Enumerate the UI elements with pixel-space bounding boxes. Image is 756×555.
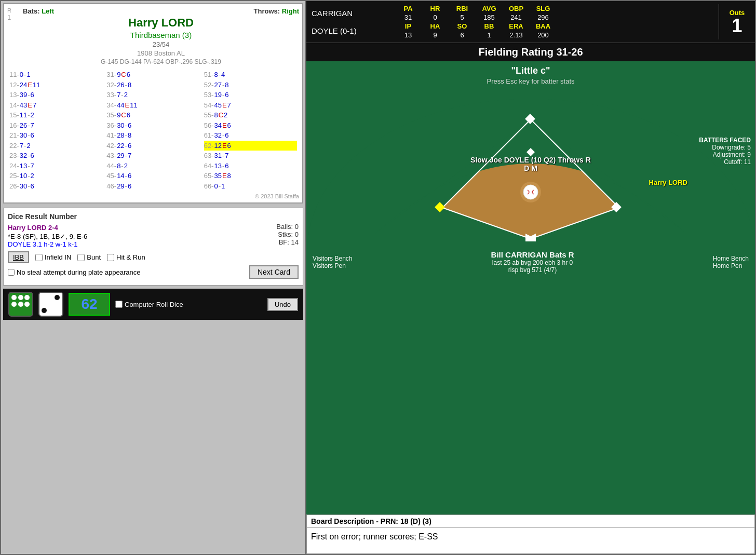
board-text: First on error; runner scores; E-SS xyxy=(306,528,755,554)
computer-roll-text: Computer Roll Dice xyxy=(125,301,183,308)
result-table: 11- 0 - 1 12- 24E11 13- 39 - 6 14- 43E7 … xyxy=(7,70,299,191)
score-stats: PA HR RBI AVG OBP SLG 31 0 5 185 241 296… xyxy=(395,4,719,39)
dot xyxy=(42,295,47,300)
dot xyxy=(48,308,53,313)
baa-val: 200 xyxy=(530,31,557,39)
dot xyxy=(55,308,60,313)
dot xyxy=(24,308,30,313)
ip-header: IP xyxy=(395,22,422,31)
dot xyxy=(11,308,17,313)
infield-in-text: Infield IN xyxy=(45,253,71,261)
rbi-val: 5 xyxy=(449,13,476,22)
pitcher-text2: D M xyxy=(470,164,591,172)
buttons-row: IBB Infield IN Bunt Hit & Run xyxy=(8,251,299,263)
player-name: Harry LORD xyxy=(23,16,299,30)
hit-run-label[interactable]: Hit & Run xyxy=(107,253,145,261)
so-val: 6 xyxy=(449,31,476,39)
result-col-2: 31- 9C6 32- 26 - 8 33- 7 - 2 34- 44E11 3… xyxy=(104,70,201,191)
harry-lord-label: Harry LORD xyxy=(649,179,687,186)
home-bench-pen: Home Bench Home Pen xyxy=(713,255,749,269)
scoreboard: CARRIGAN DOYLE (0-1) PA HR RBI AVG OBP S… xyxy=(306,1,755,43)
pa-header: PA xyxy=(395,4,422,13)
copyright: © 2023 Bill Staffa xyxy=(7,193,299,199)
infield-in-label[interactable]: Infield IN xyxy=(35,253,71,261)
bats-info: Bats: Left xyxy=(23,7,54,15)
ha-val: 9 xyxy=(422,31,449,39)
dice-bf: BF: 14 xyxy=(276,238,299,246)
player-team: 1908 Boston AL xyxy=(23,49,299,57)
right-panel: CARRIGAN DOYLE (0-1) PA HR RBI AVG OBP S… xyxy=(306,0,756,555)
bench-row: Visitors Bench Visitors Pen Bill CARRIGA… xyxy=(306,249,755,275)
computer-roll-checkbox[interactable] xyxy=(115,301,123,308)
dice-result: *E-8 (SF), 1B, 1B✓, 9, E-6 xyxy=(8,233,87,240)
dot xyxy=(11,302,17,307)
hit-run-checkbox[interactable] xyxy=(107,254,114,261)
dice-pitcher: DOYLE 3.1 h-2 w-1 k-1 xyxy=(8,240,87,248)
dot xyxy=(55,295,60,300)
batter-detail2: risp bvg 571 (4/7) xyxy=(491,266,574,274)
avg-val: 185 xyxy=(476,13,503,22)
batter-center-info: Bill CARRIGAN Bats R last 25 ab bvg 200 … xyxy=(491,250,574,274)
dice-number: 62 xyxy=(81,296,97,312)
slg-val: 296 xyxy=(530,13,557,22)
dice-balls: Balls: 0 xyxy=(276,223,299,231)
dice-right: Computer Roll Dice Undo xyxy=(115,298,298,311)
dot xyxy=(18,308,23,313)
field-title: "Little c" xyxy=(306,61,755,77)
die-green xyxy=(8,292,33,317)
dice-title: Dice Result Number xyxy=(8,212,299,221)
home-pen: Home Pen xyxy=(713,262,749,269)
era-header: ERA xyxy=(503,22,530,31)
hit-run-text: Hit & Run xyxy=(116,253,145,261)
no-steal-row: No steal attempt during plate appearance… xyxy=(8,265,299,279)
card-header: Bats: Left Throws: Right xyxy=(23,7,299,15)
hr-header: HR xyxy=(422,4,449,13)
dot xyxy=(48,295,53,300)
batter-detail: last 25 ab bvg 200 ebh 3 hr 0 xyxy=(491,259,574,266)
bunt-label[interactable]: Bunt xyxy=(77,253,101,261)
bb-header: BB xyxy=(476,22,503,31)
ibb-button[interactable]: IBB xyxy=(8,251,29,263)
dice-number-box: 62 xyxy=(69,293,110,316)
bottom-left: Dice Result Number Harry LORD 2-4 *E-8 (… xyxy=(1,206,305,554)
baa-header: BAA xyxy=(530,22,557,31)
undo-button[interactable]: Undo xyxy=(267,298,298,311)
svg-point-6 xyxy=(523,185,538,199)
dice-strikes: Stks: 0 xyxy=(276,231,299,238)
dot xyxy=(24,295,30,300)
batters-faced-1: Downgrade: 5 xyxy=(699,144,751,151)
dice-player: Harry LORD 2-4 xyxy=(8,224,87,232)
row-1-label: 1 xyxy=(7,13,21,21)
dice-display: 62 Computer Roll Dice Undo xyxy=(3,289,303,320)
bunt-text: Bunt xyxy=(87,253,101,261)
dot xyxy=(18,302,23,307)
hr-val: 0 xyxy=(422,13,449,22)
next-card-button[interactable]: Next Card xyxy=(249,265,299,279)
no-steal-label[interactable]: No steal attempt during plate appearance xyxy=(8,268,141,276)
batter-name-field: Bill CARRIGAN Bats R xyxy=(491,250,574,259)
batters-faced-2: Adjustment: 9 xyxy=(699,151,751,158)
dot xyxy=(42,308,47,313)
dice-section: Dice Result Number Harry LORD 2-4 *E-8 (… xyxy=(3,208,303,286)
pitcher-label: Slow Joe DOYLE (10 Q2) Throws R D M xyxy=(470,156,591,172)
score-names: CARRIGAN DOYLE (0-1) xyxy=(312,4,395,39)
result-col-1: 11- 0 - 1 12- 24E11 13- 39 - 6 14- 43E7 … xyxy=(7,70,104,191)
row-r-label: R xyxy=(7,7,21,13)
field-subtitle: Press Esc key for batter stats xyxy=(306,77,755,88)
no-steal-checkbox[interactable] xyxy=(8,269,15,276)
die-white xyxy=(38,292,63,317)
infield-in-checkbox[interactable] xyxy=(35,254,43,261)
computer-roll-label[interactable]: Computer Roll Dice xyxy=(115,301,183,308)
dot xyxy=(11,295,17,300)
computer-roll-row: Computer Roll Dice Undo xyxy=(115,298,298,311)
dot xyxy=(55,302,60,307)
player-position: Thirdbaseman (3) xyxy=(23,31,299,39)
fielding-rating: Fielding Rating 31-26 xyxy=(306,43,755,61)
field-svg-container: Slow Joe DOYLE (10 Q2) Throws R D M Harr… xyxy=(306,88,755,249)
so-header: SO xyxy=(449,22,476,31)
bunt-checkbox[interactable] xyxy=(77,254,85,261)
slg-header: SLG xyxy=(530,4,557,13)
outs-num: 1 xyxy=(732,17,742,35)
rbi-header: RBI xyxy=(449,4,476,13)
player-record: 23/54 xyxy=(23,40,299,48)
